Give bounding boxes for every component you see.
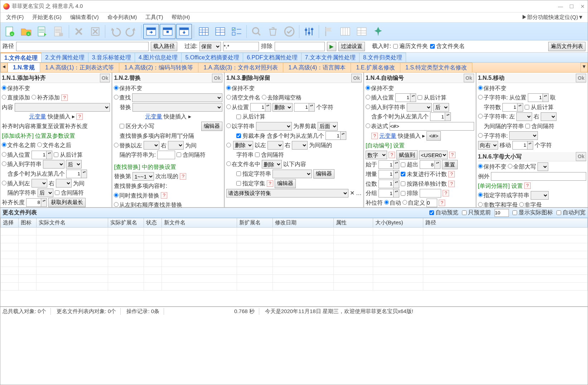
help-icon[interactable]: ? bbox=[180, 173, 186, 180]
tab-classify[interactable]: 8.文件归类处理 bbox=[359, 53, 406, 62]
p6-nonalnum[interactable]: 非数字和字母 bbox=[478, 200, 518, 207]
help-icon[interactable]: ? bbox=[161, 192, 167, 199]
save-list-icon[interactable] bbox=[51, 24, 67, 39]
meta-link[interactable]: 元变量 bbox=[145, 112, 162, 121]
close-icon[interactable]: ✕ bbox=[580, 4, 585, 9]
tab-text[interactable]: 7.文本文件属性处理 bbox=[301, 53, 360, 62]
help-icon[interactable]: ? bbox=[443, 190, 449, 196]
p3-trim[interactable]: 去除两端空格 bbox=[262, 93, 302, 102]
panel5-ok[interactable]: Ok bbox=[576, 74, 586, 82]
p3-editor[interactable]: 编辑器 bbox=[313, 169, 334, 179]
p1-after[interactable]: 文件名之后 bbox=[37, 141, 71, 150]
p3-pos-spin[interactable]: ▴▾ bbox=[250, 103, 271, 112]
menu-file[interactable]: 文件(F) bbox=[2, 13, 28, 22]
tab-music[interactable]: 3.音乐标签处理 bbox=[88, 53, 135, 62]
open-folder-icon[interactable]: + bbox=[18, 24, 34, 39]
p4-auto[interactable]: 自动 bbox=[384, 198, 401, 207]
p3-bystr[interactable]: 以字符串 bbox=[226, 122, 255, 131]
p3-specstr-sel[interactable] bbox=[273, 170, 312, 178]
panel4-ok[interactable]: Ok bbox=[464, 74, 474, 82]
col-attr[interactable]: 属性 bbox=[334, 218, 373, 228]
file-grid[interactable]: 选择 图标 实际文件名 实际扩展名 状态 新文件名 新扩展名 修改日期 属性 大… bbox=[0, 218, 588, 307]
p2-find-input[interactable] bbox=[132, 93, 222, 102]
p3-after-sel[interactable]: 后面 bbox=[318, 122, 338, 131]
tab-image[interactable]: 4.图片信息处理 bbox=[135, 53, 182, 62]
p1-insleft[interactable]: 插入到左 bbox=[2, 179, 30, 188]
pin-icon[interactable] bbox=[370, 24, 386, 39]
browse-list-button[interactable]: 遍历文件列表 bbox=[548, 42, 585, 51]
p3-clear[interactable]: 清空文件名 bbox=[226, 93, 260, 102]
table-row[interactable] bbox=[1, 228, 588, 235]
p4-meta-btn[interactable]: <#> bbox=[426, 131, 441, 141]
col-path[interactable]: 路径 bbox=[423, 218, 588, 228]
col-select[interactable]: 选择 bbox=[1, 218, 19, 228]
table-row[interactable] bbox=[1, 275, 588, 283]
col-realname[interactable]: 实际文件名 bbox=[37, 218, 108, 228]
tab-attr[interactable]: 2.文件属性处理 bbox=[41, 53, 88, 62]
p3-multi-spin[interactable]: ▴▾ bbox=[326, 131, 346, 140]
p3-frompos[interactable]: 从位置 bbox=[226, 103, 249, 112]
col-realext[interactable]: 实际扩展名 bbox=[108, 218, 144, 228]
tab-pdf[interactable]: 6.PDF文档属性处理 bbox=[243, 53, 301, 62]
p3-inname[interactable]: 在文件名中 bbox=[226, 160, 260, 169]
subtab-adv2[interactable]: 1.A.高级(2)：编码与转换等 bbox=[119, 63, 198, 72]
p3-editor2[interactable]: 编辑器 bbox=[275, 179, 296, 188]
help-icon[interactable]: ? bbox=[448, 171, 455, 177]
minimize-icon[interactable]: — bbox=[558, 4, 563, 9]
p1-getmax[interactable]: 获取列表最长 bbox=[48, 198, 86, 207]
only-n-input[interactable] bbox=[495, 209, 509, 217]
p4-user-sel[interactable]: <USER0> bbox=[419, 151, 448, 159]
p3-delop-sel[interactable]: 删除 bbox=[233, 141, 253, 150]
p5-sub3[interactable]: 子字符串: bbox=[478, 131, 508, 141]
p2-find[interactable]: 查找 bbox=[114, 93, 131, 102]
p1-sep-sel[interactable]: 后 bbox=[38, 189, 53, 197]
p3-delop2-sel[interactable]: 删除 bbox=[262, 160, 282, 169]
p4-norepeat[interactable]: 未复进行不计数 bbox=[401, 170, 447, 179]
subtab-drop[interactable]: ▾ bbox=[580, 63, 588, 72]
undo-icon[interactable] bbox=[107, 24, 123, 39]
p3-left-sel[interactable] bbox=[268, 141, 283, 150]
p4-keep[interactable]: 保持不变 bbox=[366, 84, 394, 93]
p1-padlen-spin[interactable]: ▴▾ bbox=[26, 198, 47, 207]
subtab-adv1[interactable]: 1.A.高级(1)：正则表达式等 bbox=[40, 63, 119, 72]
p6-upper[interactable]: 全部大写 bbox=[508, 162, 536, 171]
subtab-normal[interactable]: 1.N.常规 bbox=[8, 63, 40, 72]
tab-office[interactable]: 5.Office文档摘要处理 bbox=[181, 53, 243, 62]
redo-icon[interactable] bbox=[124, 24, 139, 39]
help-icon[interactable]: ? bbox=[439, 200, 445, 206]
p2-sepstr-input[interactable] bbox=[157, 151, 175, 159]
grid2-icon[interactable] bbox=[212, 24, 228, 39]
p4-exclude[interactable]: 排除 bbox=[401, 189, 418, 198]
menu-help[interactable]: 帮助(H) bbox=[167, 13, 194, 22]
help-icon[interactable]: ? bbox=[371, 133, 378, 139]
col-size[interactable]: 大小(Bytes) bbox=[373, 218, 423, 228]
meta-link[interactable]: 元变量 bbox=[379, 131, 396, 141]
p3-cutself[interactable]: 剪裁本身 bbox=[236, 131, 265, 141]
p4-expr-input[interactable] bbox=[390, 122, 474, 131]
p4-step-spin[interactable]: ▴▾ bbox=[379, 170, 399, 179]
filter-settings-button[interactable]: 过滤设置 bbox=[338, 42, 365, 51]
p3-preset-sel[interactable]: 请选择预设字符集 bbox=[226, 189, 348, 198]
p4-start-spin[interactable]: ▴▾ bbox=[379, 160, 399, 169]
menu-cmdlist[interactable]: 命令列表(M) bbox=[103, 13, 141, 22]
p1-content-input[interactable] bbox=[15, 103, 110, 112]
filter-pattern[interactable] bbox=[223, 42, 259, 51]
p2-left-sel[interactable] bbox=[144, 141, 159, 150]
p1-right-sel[interactable] bbox=[56, 179, 72, 187]
p5-sub3-sel[interactable] bbox=[509, 131, 538, 140]
p2-both[interactable]: 同时查找并替换 bbox=[114, 191, 159, 200]
p1-before[interactable]: 文件名之前 bbox=[2, 141, 36, 150]
tab-filename[interactable]: 1.文件名处理 bbox=[0, 53, 42, 62]
help-icon[interactable]: ? bbox=[61, 94, 68, 101]
maximize-icon[interactable]: ☐ bbox=[569, 4, 574, 9]
p4-expr[interactable]: 表达式 bbox=[366, 122, 388, 131]
panel-right-icon[interactable] bbox=[143, 24, 159, 39]
p5-pos-spin[interactable]: ▴▾ bbox=[528, 93, 549, 102]
import-list-icon[interactable] bbox=[35, 24, 50, 39]
clear-icon[interactable]: ✕ bbox=[350, 189, 355, 198]
delete-icon[interactable] bbox=[71, 24, 87, 39]
p1-left-sel[interactable] bbox=[32, 179, 47, 187]
p4-numtype[interactable]: 数字 bbox=[366, 151, 387, 159]
table-icon[interactable] bbox=[354, 24, 370, 39]
p2-repl-input[interactable] bbox=[132, 103, 222, 112]
